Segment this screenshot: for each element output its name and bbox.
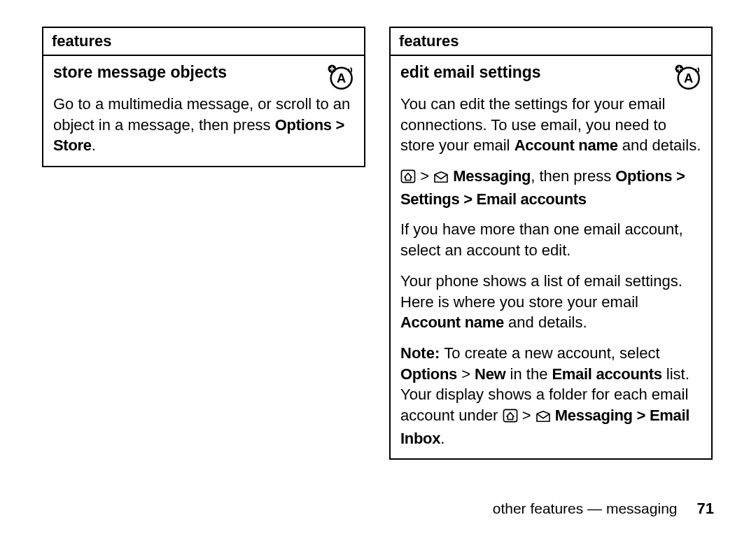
email-accounts-label: Email accounts bbox=[552, 365, 662, 383]
svg-text:A: A bbox=[684, 71, 693, 85]
feature-box-left: features store message objects bbox=[42, 27, 365, 167]
text: Your phone shows a list of email setting… bbox=[400, 272, 682, 311]
footer-text: other features — messaging bbox=[493, 500, 678, 516]
text: . bbox=[440, 430, 444, 447]
text: > bbox=[457, 365, 475, 383]
page-footer: other features — messaging71 bbox=[493, 500, 714, 518]
feature-box-right: features edit email settings A bbox=[389, 27, 713, 460]
account-name-label: Account name bbox=[400, 313, 504, 331]
gt: > bbox=[420, 167, 433, 185]
home-icon bbox=[503, 407, 518, 428]
paragraph-4: Your phone shows a list of email setting… bbox=[400, 271, 701, 333]
text: . bbox=[92, 136, 96, 154]
text: and details. bbox=[504, 313, 587, 331]
box-header-left: features bbox=[43, 28, 364, 56]
feature-title-right: edit email settings bbox=[400, 62, 668, 83]
title-row-right: edit email settings A bbox=[400, 62, 701, 91]
text: To create a new account, select bbox=[444, 344, 659, 362]
options-label: Options bbox=[400, 365, 457, 383]
options-label: Options bbox=[615, 167, 672, 185]
box-header-right: features bbox=[391, 28, 711, 56]
page-number: 71 bbox=[697, 500, 714, 517]
note-label: Note: bbox=[400, 344, 444, 362]
accessibility-icon: A bbox=[326, 63, 354, 91]
box-body-right: edit email settings A bbox=[391, 56, 711, 458]
svg-text:A: A bbox=[337, 71, 346, 85]
messaging-label: Messaging bbox=[555, 407, 633, 424]
paragraph-5-note: Note: To create a new account, select Op… bbox=[400, 343, 701, 449]
body-text-left: Go to a multimedia message, or scroll to… bbox=[53, 94, 354, 156]
box-body-left: store message objects A bbox=[43, 56, 364, 166]
text: , then press bbox=[531, 167, 615, 185]
paragraph-3: If you have more than one email account,… bbox=[400, 219, 701, 260]
feature-title-left: store message objects bbox=[53, 62, 321, 83]
title-row-left: store message objects A bbox=[53, 62, 354, 91]
gt: > bbox=[522, 407, 536, 424]
paragraph-2-nav: > Messaging, then press Options > Settin… bbox=[400, 166, 701, 209]
text: in the bbox=[505, 365, 552, 383]
manual-page: features store message objects bbox=[0, 0, 756, 536]
two-column-layout: features store message objects bbox=[42, 27, 714, 460]
new-label: New bbox=[475, 365, 505, 383]
text: and details. bbox=[618, 136, 701, 154]
left-column: features store message objects bbox=[42, 27, 365, 460]
envelope-icon bbox=[536, 407, 551, 428]
accessibility-icon: A bbox=[673, 63, 701, 91]
envelope-icon bbox=[433, 168, 449, 189]
home-icon bbox=[400, 168, 416, 189]
right-column: features edit email settings A bbox=[389, 27, 713, 460]
account-name-label: Account name bbox=[514, 136, 618, 154]
paragraph-1: You can edit the settings for your email… bbox=[400, 94, 701, 156]
messaging-label: Messaging bbox=[453, 167, 531, 185]
